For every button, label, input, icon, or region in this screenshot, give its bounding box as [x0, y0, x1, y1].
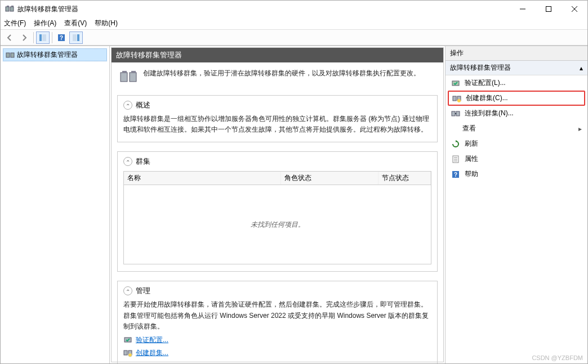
refresh-icon [451, 140, 460, 149]
svg-rect-18 [122, 71, 127, 73]
toolbar-actions-button[interactable] [69, 32, 83, 44]
svg-rect-2 [7, 6, 9, 7]
collapse-icon[interactable] [123, 101, 132, 110]
section-overview: 概述 故障转移群集是一组相互协作以增加服务器角色可用性的独立计算机。群集服务器 … [117, 95, 438, 142]
menu-help[interactable]: 帮助(H) [95, 19, 118, 28]
action-create-label: 创建群集(C)... [466, 93, 508, 103]
section-clusters: 群集 名称 角色状态 节点状态 未找到任何项目。 [117, 151, 438, 272]
action-help-label: 帮助 [465, 169, 478, 179]
menu-bar: 文件(F) 操作(A) 查看(V) 帮助(H) [1, 17, 587, 30]
close-button[interactable] [562, 1, 587, 17]
toolbar-help-button[interactable]: ? [55, 32, 68, 44]
svg-rect-1 [10, 7, 14, 11]
clusters-title: 群集 [136, 156, 150, 167]
tree-root-label: 故障转移群集管理器 [17, 50, 78, 60]
toolbar: ? [1, 30, 587, 46]
minimize-button[interactable] [510, 1, 536, 17]
create-icon [123, 348, 132, 357]
svg-rect-13 [77, 34, 79, 41]
svg-point-23 [128, 353, 132, 357]
forward-button[interactable] [17, 32, 31, 44]
toolbar-tree-button[interactable] [36, 32, 50, 44]
svg-rect-15 [11, 53, 14, 57]
toolbar-separator [33, 32, 34, 43]
svg-point-27 [457, 99, 461, 102]
tree-root-item[interactable]: 故障转移群集管理器 [3, 48, 107, 61]
center-header: 故障转移群集管理器 [112, 48, 443, 62]
properties-icon [451, 155, 460, 164]
collapse-icon[interactable] [123, 157, 132, 166]
watermark: CSDN @YZBFDM [532, 354, 583, 361]
tree-pane: 故障转移群集管理器 [1, 46, 110, 363]
svg-rect-5 [546, 7, 551, 12]
svg-rect-9 [42, 34, 46, 41]
cluster-large-icon [119, 68, 137, 86]
link-validate[interactable]: 验证配置... [136, 335, 168, 345]
action-properties[interactable]: 属性 [446, 151, 587, 167]
col-rolestatus[interactable]: 角色状态 [281, 172, 378, 185]
collapse-triangle-icon: ▴ [580, 64, 583, 72]
cluster-manager-icon [6, 51, 15, 60]
intro-text: 创建故障转移群集，验证用于潜在故障转移群集的硬件，以及对故障转移群集执行配置更改… [143, 68, 420, 79]
action-connect-label: 连接到群集(N)... [465, 109, 514, 118]
collapse-icon[interactable] [123, 286, 132, 295]
toolbar-separator [52, 32, 52, 43]
action-help[interactable]: ? 帮助 [446, 167, 587, 182]
title-bar: 故障转移群集管理器 [1, 1, 587, 17]
svg-rect-21 [124, 350, 127, 355]
svg-rect-25 [453, 96, 456, 101]
cluster-table-empty: 未找到任何项目。 [124, 185, 431, 264]
svg-rect-28 [452, 111, 455, 116]
manage-title: 管理 [136, 286, 150, 296]
col-nodestatus[interactable]: 节点状态 [378, 172, 431, 185]
menu-view[interactable]: 查看(V) [64, 19, 87, 28]
svg-text:?: ? [60, 35, 63, 41]
action-refresh-label: 刷新 [465, 139, 478, 149]
action-create[interactable]: 创建群集(C)... [448, 91, 585, 106]
col-name[interactable]: 名称 [124, 172, 281, 185]
create-cluster-icon [452, 94, 461, 103]
connect-icon [451, 109, 460, 118]
action-view-label: 查看 [462, 124, 476, 133]
section-manage: 管理 若要开始使用故障转移群集，请首先验证硬件配置，然后创建群集。完成这些步骤后… [117, 281, 438, 363]
svg-rect-19 [131, 71, 136, 73]
action-refresh[interactable]: 刷新 [446, 136, 587, 151]
actions-group-header[interactable]: 故障转移群集管理器 ▴ [446, 61, 587, 75]
maximize-button[interactable] [536, 1, 562, 17]
cluster-table: 名称 角色状态 节点状态 未找到任何项目。 [123, 171, 431, 264]
actions-group-label: 故障转移群集管理器 [450, 63, 511, 73]
svg-rect-12 [73, 34, 77, 41]
validate-icon [451, 79, 460, 88]
svg-rect-0 [6, 7, 9, 11]
validate-icon [123, 335, 132, 344]
menu-action[interactable]: 操作(A) [34, 19, 56, 28]
overview-text: 故障转移群集是一组相互协作以增加服务器角色可用性的独立计算机。群集服务器 (称为… [123, 114, 431, 135]
action-view[interactable]: 查看 [446, 121, 587, 136]
action-connect[interactable]: 连接到群集(N)... [446, 106, 587, 121]
app-icon [5, 5, 14, 14]
help-icon: ? [451, 170, 460, 179]
svg-rect-8 [39, 34, 42, 41]
svg-rect-17 [130, 73, 136, 82]
center-pane: 故障转移群集管理器 创建故障转移群集，验证用于潜在故障转移群集的硬件，以及对故障… [110, 46, 445, 363]
action-validate[interactable]: 验证配置(L)... [446, 75, 587, 91]
action-validate-label: 验证配置(L)... [465, 78, 506, 88]
action-properties-label: 属性 [465, 154, 478, 164]
svg-rect-3 [11, 6, 14, 7]
link-create[interactable]: 创建群集... [136, 348, 168, 358]
overview-title: 概述 [136, 100, 150, 110]
menu-file[interactable]: 文件(F) [4, 19, 26, 28]
back-button[interactable] [3, 32, 16, 44]
actions-pane: 操作 故障转移群集管理器 ▴ 验证配置(L)... 创建群集(C)... 连接到… [445, 46, 587, 363]
svg-text:?: ? [454, 172, 457, 178]
window-title: 故障转移群集管理器 [17, 5, 510, 14]
actions-header: 操作 [446, 46, 587, 61]
svg-rect-14 [6, 53, 10, 57]
svg-rect-16 [121, 73, 127, 82]
manage-text: 若要开始使用故障转移群集，请首先验证硬件配置，然后创建群集。完成这些步骤后，即可… [123, 299, 431, 332]
svg-rect-29 [456, 111, 460, 116]
